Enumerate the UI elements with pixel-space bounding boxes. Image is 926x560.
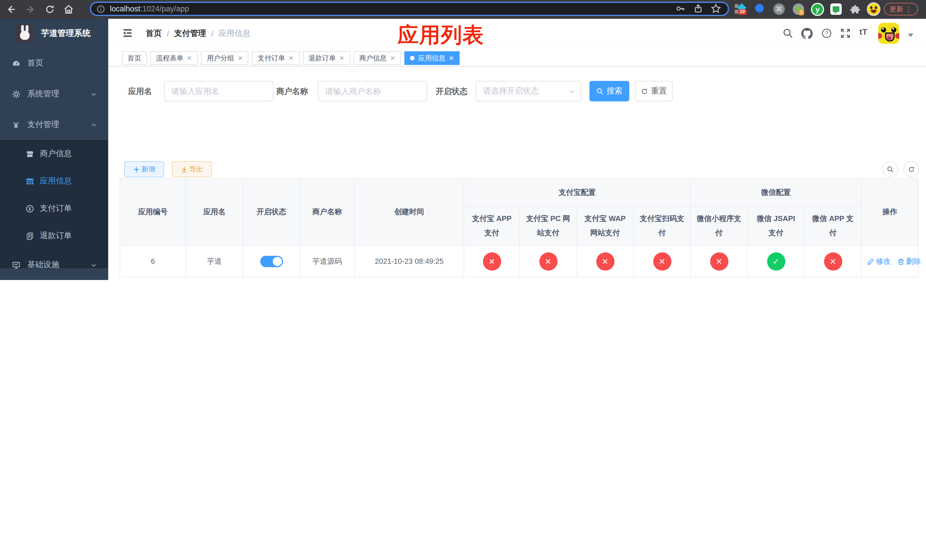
browser-menu-icon[interactable]: ⋮ [905, 5, 912, 14]
extension-badge: 10 [738, 9, 747, 15]
close-icon[interactable]: ✕ [449, 54, 454, 62]
site-info-icon[interactable] [96, 4, 105, 14]
tag-merchant-info[interactable]: 商户信息✕ [354, 51, 401, 65]
tag-refund-orders[interactable]: 退款订单✕ [303, 51, 350, 65]
refresh-button[interactable] [903, 161, 919, 177]
help-icon[interactable]: ? [821, 28, 832, 39]
sidebar-item-payment[interactable]: ¥ 支付管理 [0, 109, 108, 140]
header-search-icon[interactable] [782, 28, 793, 39]
cell-app-id: 6 [120, 245, 186, 277]
update-label: 更新 [890, 4, 903, 14]
col-alipay-wap: 支付宝 WAP 网站支付 [576, 206, 634, 245]
bookmark-star-icon[interactable] [711, 3, 721, 14]
edit-link[interactable]: 修改 [867, 256, 891, 266]
alipay-wap-status-icon [596, 252, 614, 270]
avatar-dropdown-caret-icon[interactable] [908, 33, 914, 37]
export-button[interactable]: 导出 [172, 161, 212, 177]
breadcrumb-current: 应用信息 [219, 29, 251, 39]
browser-back-icon[interactable] [6, 4, 17, 15]
status-label: 开启状态 [436, 81, 468, 101]
close-icon[interactable]: ✕ [187, 54, 192, 62]
col-app-id: 应用编号 [120, 179, 186, 245]
fullscreen-icon[interactable] [840, 28, 851, 39]
browser-toolbar: localhost:1024/pay/app 10 ⌘ 1 y [0, 0, 926, 19]
col-wx-app: 微信 APP 支付 [804, 206, 861, 245]
app-logo[interactable]: 芋道管理系统 [0, 19, 108, 48]
address-bar[interactable]: localhost:1024/pay/app [90, 2, 729, 16]
table-row: 6 芋道 芋道源码 2021-10-23 08:49:25 [120, 245, 918, 277]
yen-circle-icon [25, 204, 34, 213]
status-select-placeholder: 请选择开启状态 [483, 86, 539, 96]
col-actions: 操作 [861, 179, 918, 245]
search-button[interactable]: 搜索 [589, 81, 629, 101]
tag-user-group[interactable]: 用户分组✕ [201, 51, 248, 65]
main-area: 首页 / 支付管理 / 应用信息 应用列表 ? tT [108, 19, 926, 280]
font-size-icon[interactable]: tT [859, 27, 867, 36]
browser-reload-icon[interactable] [44, 4, 55, 15]
app-title: 芋道管理系统 [41, 28, 91, 39]
tags-view-bar: 首页 流程表单✕ 用户分组✕ 支付订单✕ 退款订单✕ 商户信息✕ 应用信息✕ [108, 47, 926, 67]
tag-home[interactable]: 首页 [122, 51, 147, 65]
cell-created: 2021-10-23 08:49:25 [354, 245, 464, 277]
top-navbar: 首页 / 支付管理 / 应用信息 应用列表 ? tT [108, 19, 926, 47]
status-select[interactable]: 请选择开启状态 [475, 81, 581, 101]
sidebar-item-refund-orders[interactable]: 退款订单 [0, 222, 108, 250]
active-dot [410, 56, 415, 61]
chevron-down-icon [569, 88, 575, 94]
tag-process-form[interactable]: 流程表单✕ [150, 51, 198, 65]
user-avatar[interactable] [878, 23, 899, 44]
merchant-name-input[interactable] [318, 81, 427, 101]
extensions-puzzle-icon[interactable] [850, 4, 861, 15]
cell-app-name: 芋道 [186, 245, 243, 277]
add-button[interactable]: 新增 [124, 161, 164, 177]
reset-button[interactable]: 重置 [635, 81, 673, 101]
alipay-qr-status-icon [653, 252, 671, 270]
browser-update-button[interactable]: 更新 ⋮ [884, 3, 918, 15]
yen-icon: ¥ [11, 120, 21, 130]
sidebar-item-app-info[interactable]: 应用信息 [0, 168, 108, 195]
share-icon[interactable] [693, 3, 703, 14]
browser-profile-avatar[interactable] [867, 2, 881, 16]
col-group-wechat: 微信配置 [690, 179, 861, 206]
delete-link[interactable]: 删除 [897, 256, 921, 266]
sidebar-collapse-icon[interactable] [122, 27, 133, 39]
app-name-input[interactable] [164, 81, 273, 101]
status-toggle[interactable] [260, 256, 283, 267]
store-icon [25, 150, 34, 158]
extension-workona-icon[interactable]: 10 [735, 3, 746, 15]
sidebar-item-merchant-info[interactable]: 商户信息 [0, 140, 108, 168]
browser-forward-icon[interactable] [25, 4, 36, 15]
col-alipay-app: 支付宝 APP 支付 [464, 206, 520, 245]
close-icon[interactable]: ✕ [238, 54, 243, 62]
close-icon[interactable]: ✕ [339, 54, 344, 62]
chevron-down-icon [91, 91, 97, 97]
url-host: localhost [110, 5, 141, 13]
alipay-pc-status-icon [539, 252, 557, 270]
document-icon [25, 232, 34, 240]
sidebar-item-infrastructure[interactable]: 基础设施 [0, 250, 108, 280]
browser-home-icon[interactable] [63, 4, 74, 15]
breadcrumb: 首页 / 支付管理 / 应用信息 [146, 29, 251, 39]
sidebar-item-home[interactable]: 首页 [0, 48, 108, 79]
dashboard-icon [11, 59, 21, 68]
logo-image [15, 24, 34, 43]
breadcrumb-home[interactable]: 首页 [146, 29, 162, 39]
col-status: 开启状态 [243, 179, 300, 245]
close-icon[interactable]: ✕ [289, 54, 294, 62]
password-key-icon[interactable] [675, 3, 686, 14]
extension-recorder-icon[interactable]: 1 [793, 3, 805, 16]
close-icon[interactable]: ✕ [390, 54, 395, 62]
col-wx-jsapi: 微信 JSAPI 支付 [747, 206, 804, 245]
sidebar-item-pay-orders[interactable]: 支付订单 [0, 195, 108, 222]
breadcrumb-section[interactable]: 支付管理 [174, 29, 206, 39]
col-alipay-pc: 支付宝 PC 网站支付 [520, 206, 576, 245]
github-icon[interactable] [801, 28, 813, 39]
monitor-icon [11, 260, 21, 269]
sidebar-item-system[interactable]: 系统管理 [0, 79, 108, 109]
annotation-app-list: 应用列表 [398, 21, 484, 50]
merchant-name-label: 商户名称 [276, 81, 308, 101]
tag-app-info[interactable]: 应用信息✕ [404, 51, 460, 65]
toggle-search-button[interactable] [882, 161, 898, 177]
tag-pay-orders[interactable]: 支付订单✕ [252, 51, 299, 65]
svg-text:?: ? [825, 30, 828, 36]
